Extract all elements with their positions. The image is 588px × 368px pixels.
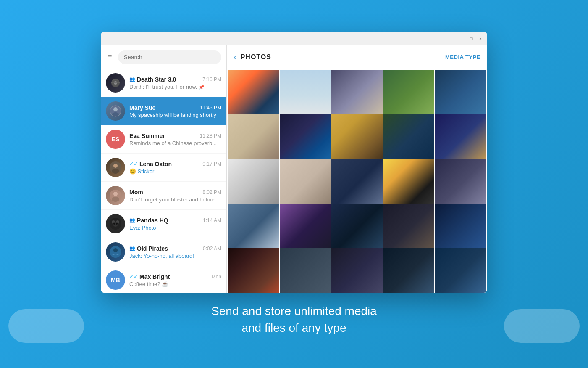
chat-time-death-star: 7:16 PM: [202, 77, 221, 82]
chat-time-eva-summer: 11:28 PM: [200, 133, 221, 139]
chat-item-mary-sue[interactable]: Mary Sue 11:45 PM My spaceship will be l…: [101, 97, 226, 125]
photo-cell-10[interactable]: [435, 114, 486, 166]
photo-cell-24[interactable]: [383, 248, 435, 293]
chat-item-lena-oxton[interactable]: ✓✓ Lena Oxton 9:17 PM 😊 Sticker: [101, 154, 226, 182]
chat-item-death-star[interactable]: 👥 Death Star 3.0 7:16 PM Darth: I'll tru…: [101, 69, 226, 97]
close-button[interactable]: ×: [477, 35, 484, 42]
photo-cell-21[interactable]: [228, 248, 279, 293]
chat-info-eva-summer: Eva Summer 11:28 PM Reminds me of a Chin…: [129, 132, 221, 146]
sidebar: ≡ 👥 Death Star 3.0 7:1: [101, 45, 227, 293]
group-icon-pandas: 👥: [129, 217, 135, 223]
photo-cell-7[interactable]: [280, 114, 331, 166]
chat-time-pandas-hq: 1:14 AM: [203, 217, 221, 223]
svg-point-17: [113, 223, 115, 225]
chat-name-mom: Mom: [129, 189, 143, 196]
svg-point-20: [113, 248, 118, 252]
photo-cell-14[interactable]: [383, 159, 435, 210]
chat-preview-old-pirates: Jack: Yo-ho-ho, all aboard!: [129, 253, 221, 259]
minimize-button[interactable]: −: [459, 35, 465, 42]
photo-cell-1[interactable]: [228, 70, 279, 121]
tagline-line1: Send and store unlimited media: [211, 303, 377, 319]
photo-cell-8[interactable]: [331, 114, 383, 166]
menu-icon[interactable]: ≡: [106, 51, 114, 63]
photo-cell-23[interactable]: [331, 248, 383, 293]
photo-cell-25[interactable]: [435, 248, 486, 293]
chat-info-lena-oxton: ✓✓ Lena Oxton 9:17 PM 😊 Sticker: [129, 161, 221, 175]
chat-time-max-bright: Mon: [212, 274, 221, 280]
photo-grid: [227, 69, 487, 293]
chat-name-eva-summer: Eva Summer: [129, 132, 165, 139]
avatar-lena-oxton: [106, 158, 125, 177]
avatar-death-star: [106, 73, 125, 93]
avatar-max-bright: MB: [106, 270, 125, 290]
app-body: ≡ 👥 Death Star 3.0 7:1: [101, 45, 487, 293]
chat-item-old-pirates[interactable]: 👥 Old Pirates 0:02 AM Jack: Yo-ho-ho, al…: [101, 238, 226, 266]
photo-cell-9[interactable]: [383, 114, 435, 166]
chat-preview-pandas-hq: Eva: Photo: [129, 225, 221, 231]
avatar-old-pirates: [106, 242, 125, 262]
group-icon: 👥: [129, 77, 135, 82]
chat-item-max-bright[interactable]: MB ✓✓ Max Bright Mon Coffee time? ☕: [101, 266, 226, 293]
svg-point-4: [113, 107, 118, 111]
photo-cell-15[interactable]: [435, 159, 486, 210]
maximize-button[interactable]: □: [468, 35, 475, 42]
tagline-line2: and files of any type: [211, 320, 377, 336]
app-window: − □ × ≡ 👥: [101, 32, 487, 293]
chat-time-lena-oxton: 9:17 PM: [202, 161, 221, 167]
chat-preview-eva-summer: Reminds me of a Chinese proverb...: [129, 140, 221, 146]
chat-time-old-pirates: 0:02 AM: [203, 246, 221, 252]
pin-icon: 📌: [199, 85, 205, 90]
chat-item-pandas-hq[interactable]: 👥 Pandas HQ 1:14 AM Eva: Photo: [101, 210, 226, 238]
chat-item-mom[interactable]: Mom 8:02 PM Don't forget your blaster an…: [101, 182, 226, 210]
photo-cell-3[interactable]: [331, 70, 383, 121]
title-bar: − □ ×: [101, 32, 487, 45]
photo-cell-4[interactable]: [383, 70, 435, 121]
chat-time-mary-sue: 11:45 PM: [200, 105, 221, 111]
svg-point-9: [112, 169, 119, 174]
chat-name-mary-sue: Mary Sue: [129, 104, 155, 111]
double-check-icon: ✓✓: [129, 161, 138, 167]
photo-cell-13[interactable]: [331, 159, 383, 210]
tagline: Send and store unlimited media and files…: [211, 303, 377, 336]
chat-preview-mom: Don't forget your blaster and helmet: [129, 196, 221, 203]
chat-info-pandas-hq: 👥 Pandas HQ 1:14 AM Eva: Photo: [129, 217, 221, 231]
chat-name-death-star: 👥 Death Star 3.0: [129, 76, 176, 83]
chat-info-max-bright: ✓✓ Max Bright Mon Coffee time? ☕: [129, 273, 221, 287]
svg-point-11: [113, 192, 118, 196]
chat-list: 👥 Death Star 3.0 7:16 PM Darth: I'll tru…: [101, 69, 226, 293]
chat-info-death-star: 👥 Death Star 3.0 7:16 PM Darth: I'll tru…: [129, 76, 221, 90]
svg-point-12: [112, 197, 119, 202]
chat-name-lena-oxton: ✓✓ Lena Oxton: [129, 161, 172, 167]
avatar-mom: [106, 186, 125, 205]
cloud-decoration-right: [504, 309, 580, 343]
chat-preview-mary-sue: My spaceship will be landing shortly: [129, 112, 221, 118]
photo-cell-20[interactable]: [435, 204, 486, 255]
photo-cell-5[interactable]: [435, 70, 486, 121]
right-panel: ‹ PHOTOS MEDIA TYPE: [227, 45, 487, 293]
photo-cell-22[interactable]: [280, 248, 331, 293]
chat-name-max-bright: ✓✓ Max Bright: [129, 273, 170, 280]
back-button[interactable]: ‹: [234, 52, 236, 62]
photo-cell-6[interactable]: [228, 114, 279, 166]
chat-info-mom: Mom 8:02 PM Don't forget your blaster an…: [129, 189, 221, 203]
svg-point-18: [116, 223, 118, 225]
chat-info-mary-sue: Mary Sue 11:45 PM My spaceship will be l…: [129, 104, 221, 118]
right-header: ‹ PHOTOS MEDIA TYPE: [227, 45, 487, 69]
chat-info-old-pirates: 👥 Old Pirates 0:02 AM Jack: Yo-ho-ho, al…: [129, 245, 221, 259]
photo-cell-11[interactable]: [228, 159, 279, 210]
photo-cell-16[interactable]: [228, 204, 279, 255]
photo-cell-2[interactable]: [280, 70, 331, 121]
photo-cell-12[interactable]: [280, 159, 331, 210]
chat-name-pandas-hq: 👥 Pandas HQ: [129, 217, 168, 224]
cloud-decoration-left: [8, 309, 84, 343]
photo-cell-17[interactable]: [280, 204, 331, 255]
photo-cell-18[interactable]: [331, 204, 383, 255]
double-check-icon-max: ✓✓: [129, 274, 138, 280]
chat-time-mom: 8:02 PM: [202, 189, 221, 195]
photo-cell-19[interactable]: [383, 204, 435, 255]
avatar-pandas-hq: [106, 214, 125, 233]
search-input[interactable]: [118, 50, 221, 64]
chat-item-eva-summer[interactable]: ES Eva Summer 11:28 PM Reminds me of a C…: [101, 125, 226, 154]
chat-preview-max-bright: Coffee time? ☕: [129, 281, 221, 287]
media-type-button[interactable]: MEDIA TYPE: [445, 54, 480, 60]
